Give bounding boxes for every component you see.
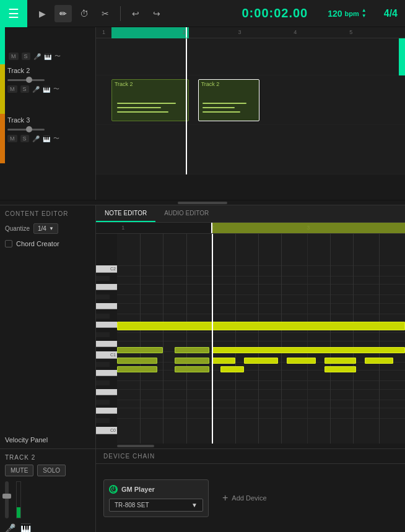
lane1-playhead — [186, 38, 187, 75]
track-lane-3[interactable] — [96, 125, 405, 174]
note-a8[interactable] — [324, 366, 356, 372]
key-b0-flat[interactable] — [96, 362, 110, 367]
note-a3[interactable] — [244, 358, 279, 364]
preset-select[interactable]: TR-808 SET ▼ — [109, 499, 203, 512]
mute-solo-group: MUTE SOLO — [5, 465, 90, 476]
chord-creator-row: Chord Creator — [5, 240, 90, 247]
piano-icon[interactable]: 🎹 — [20, 523, 31, 532]
track2-mute-btn[interactable]: M — [7, 85, 17, 93]
track2-mic-icon: 🎤 — [32, 86, 40, 93]
grid-h-4 — [117, 294, 405, 295]
quantize-select[interactable]: 1/4 ▼ — [33, 223, 58, 234]
bpm-display[interactable]: 120 bpm ▲ ▼ — [318, 8, 377, 19]
ruler-mark-1: 1 — [102, 29, 105, 35]
track2-slider[interactable] — [7, 79, 45, 81]
scissors-icon: ✂ — [102, 9, 109, 19]
key-c0[interactable]: C0 — [96, 427, 117, 434]
note-ruler[interactable]: 1 2 3 — [96, 223, 405, 234]
key-gb1[interactable] — [96, 332, 110, 337]
h-scroll-thumb[interactable] — [178, 202, 227, 204]
grid-v-2 — [307, 234, 308, 444]
note-scroll-thumb[interactable] — [117, 445, 154, 447]
key-c1[interactable]: C1 — [96, 351, 117, 359]
track-color-2 — [0, 64, 5, 114]
note-b7[interactable] — [175, 366, 209, 372]
add-plus-icon: + — [222, 492, 228, 504]
track-row-2: Track 2 M S 🎤 🎹 〜 — [0, 64, 95, 114]
note-a1[interactable] — [212, 347, 405, 353]
clip-1[interactable]: Track 2 — [111, 79, 189, 121]
timeline-playhead[interactable] — [186, 27, 187, 38]
key-ab1[interactable] — [96, 314, 110, 319]
note-long[interactable] — [117, 322, 405, 330]
h-scrollbar[interactable] — [0, 200, 405, 205]
chord-creator-checkbox[interactable] — [5, 240, 12, 247]
track3-slider[interactable] — [7, 129, 45, 131]
note-b4[interactable] — [117, 358, 157, 364]
key-b2-flat[interactable] — [96, 276, 110, 281]
note-playhead[interactable] — [211, 223, 212, 233]
track-list: M S 🎤 🎹 〜 Track 2 — [0, 27, 96, 200]
note-a5[interactable] — [324, 358, 356, 364]
fader-track[interactable] — [5, 481, 9, 518]
tab-note-editor[interactable]: NOTE EDITOR — [96, 205, 155, 222]
level-bar — [17, 507, 20, 518]
note-b2[interactable] — [175, 347, 209, 353]
key-a0[interactable] — [96, 389, 117, 395]
undo-button[interactable]: ↩ — [127, 5, 144, 22]
mic-icon[interactable]: 🎤 — [5, 523, 15, 532]
solo-button[interactable]: SOLO — [37, 465, 66, 476]
bpm-down-arrow[interactable]: ▼ — [362, 14, 367, 19]
key-g1[interactable] — [96, 322, 117, 328]
grid-h-12 — [117, 370, 405, 371]
note-h-scrollbar[interactable] — [96, 444, 405, 448]
fader-thumb[interactable] — [2, 494, 11, 499]
grid-h-5 — [117, 303, 405, 304]
mute-button[interactable]: MUTE — [5, 465, 33, 476]
track1-mute-btn[interactable]: M — [9, 53, 19, 60]
logo-button[interactable]: ☰ — [0, 0, 27, 27]
track3-mute-btn[interactable]: M — [7, 135, 17, 142]
key-b1[interactable] — [96, 284, 117, 290]
note-b6[interactable] — [117, 366, 157, 372]
pencil-tool[interactable]: ✏ — [54, 5, 72, 22]
track-lane-2[interactable]: Track 2 Track 2 — [96, 75, 405, 125]
timeline-ruler[interactable]: 1 2 3 4 5 — [96, 27, 405, 38]
key-bb1[interactable] — [96, 294, 110, 299]
note-a4[interactable] — [287, 358, 316, 364]
key-f1[interactable] — [96, 341, 117, 347]
note-b1[interactable] — [117, 347, 163, 353]
track1-color-end — [399, 38, 405, 75]
key-bb0[interactable] — [96, 380, 110, 385]
note-a2[interactable] — [212, 358, 235, 364]
tool-group: ▶ ✏ ⏱ ✂ ↩ ↪ — [27, 5, 172, 22]
key-a1[interactable] — [96, 303, 117, 309]
note-b5[interactable] — [175, 358, 209, 364]
device-power-button[interactable]: ⏻ — [109, 485, 118, 494]
cut-tool[interactable]: ✂ — [97, 5, 114, 22]
track3-name: Track 3 — [7, 116, 93, 124]
bpm-up-arrow[interactable]: ▲ — [362, 8, 367, 13]
note-a7[interactable] — [220, 366, 243, 372]
track1-solo-btn[interactable]: S — [22, 53, 30, 60]
select-tool[interactable]: ▶ — [33, 5, 51, 22]
add-device-button[interactable]: + Add Device — [219, 489, 271, 507]
track-lane-1[interactable] — [96, 38, 405, 75]
track3-solo-btn[interactable]: S — [20, 135, 29, 142]
grid-v-b4 — [235, 234, 236, 444]
key-gb0[interactable] — [96, 418, 110, 423]
piano-keys[interactable]: C2 C1 — [96, 234, 117, 444]
key-b0[interactable] — [96, 370, 117, 376]
key-c2[interactable]: C2 — [96, 265, 117, 273]
tab-audio-editor[interactable]: AUDIO EDITOR — [155, 205, 217, 222]
grid-h-15 — [117, 400, 405, 400]
redo-button[interactable]: ↪ — [148, 5, 165, 22]
clip-2[interactable]: Track 2 — [198, 79, 260, 121]
note-a6[interactable] — [365, 358, 394, 364]
key-ab0[interactable] — [96, 400, 110, 405]
metronome-tool[interactable]: ⏱ — [76, 5, 93, 22]
bpm-arrows[interactable]: ▲ ▼ — [362, 8, 367, 19]
key-g0[interactable] — [96, 408, 117, 414]
track2-solo-btn[interactable]: S — [20, 85, 29, 93]
note-grid[interactable] — [117, 234, 405, 444]
